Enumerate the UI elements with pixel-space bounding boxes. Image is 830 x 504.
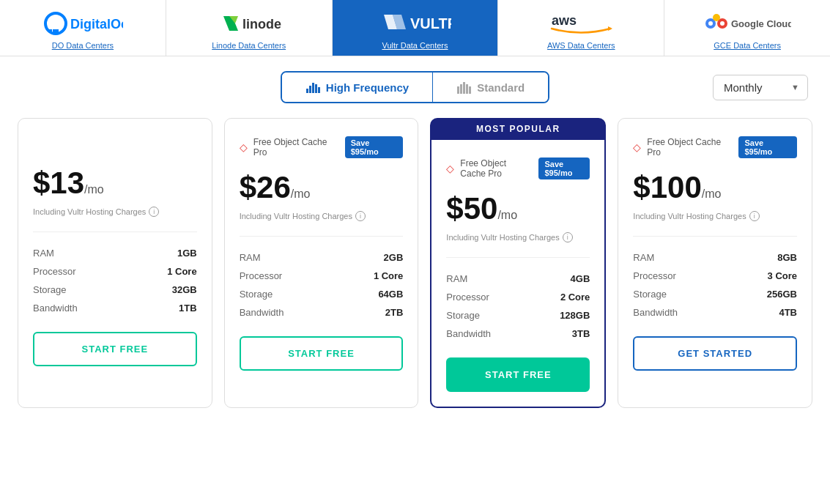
badge-text-4: Free Object Cache Pro <box>647 137 733 158</box>
svg-rect-24 <box>460 84 462 94</box>
spec-row: RAM 4GB <box>446 270 590 288</box>
spec-row: Processor 3 Core <box>633 267 797 285</box>
badge-row-2: ◇ Free Object Cache Pro Save $95/mo <box>240 136 404 158</box>
info-icon-1: i <box>149 207 159 217</box>
linode-data-centers-link[interactable]: Linode Data Centers <box>212 41 286 50</box>
svg-text:Google Cloud: Google Cloud <box>731 18 791 29</box>
badge-row-1 <box>33 136 197 154</box>
provider-tab-aws[interactable]: aws AWS Data Centers <box>498 0 664 56</box>
provider-tab-linode[interactable]: linode Linode Data Centers <box>166 0 333 56</box>
info-icon-4: i <box>749 211 760 221</box>
cta-btn-4[interactable]: GET STARTED <box>633 336 797 371</box>
svg-point-15 <box>720 21 725 26</box>
price-period-1: /mo <box>84 183 104 196</box>
badge-row-3: ◇ Free Object Cache Pro Save $95/mo <box>446 158 590 179</box>
cta-btn-3[interactable]: START FREE <box>446 357 590 392</box>
billing-select[interactable]: Monthly Annually <box>713 75 808 100</box>
spec-row: RAM 8GB <box>633 248 797 267</box>
aws-logo: aws <box>548 10 614 37</box>
provider-tab-googlecloud[interactable]: Google Cloud GCE Data Centers <box>664 0 830 56</box>
provider-tab-vultr[interactable]: VULTR Vultr Data Centers <box>333 0 499 56</box>
specs-table-1: RAM 1GB Processor 1 Core Storage 32GB Ba… <box>33 231 197 317</box>
spec-value: 1 Core <box>167 266 196 277</box>
badge-row-4: ◇ Free Object Cache Pro Save $95/mo <box>633 136 797 158</box>
svg-text:DigitalOcean: DigitalOcean <box>70 17 123 32</box>
high-frequency-btn[interactable]: High Frequency <box>282 73 433 102</box>
svg-text:aws: aws <box>552 13 577 28</box>
svg-rect-25 <box>463 82 465 94</box>
price-amount-3: $50 <box>446 191 497 226</box>
cta-btn-2[interactable]: START FREE <box>240 336 404 371</box>
hosting-note-2: Including Vultr Hosting Charges i <box>240 211 404 221</box>
standard-btn[interactable]: Standard <box>433 73 548 102</box>
gc-logo: Google Cloud <box>703 10 791 37</box>
svg-rect-2 <box>48 29 52 32</box>
spec-label: RAM <box>33 248 54 259</box>
plan-cards: $13/mo Including Vultr Hosting Charges i… <box>0 118 830 426</box>
spec-label: Bandwidth <box>33 303 78 314</box>
billing-dropdown: Monthly Annually <box>713 75 808 100</box>
price-row-1: $13/mo <box>33 166 197 201</box>
spec-row: Processor 1 Core <box>33 262 197 281</box>
svg-text:VULTR: VULTR <box>410 15 451 32</box>
spec-label: Storage <box>33 284 67 295</box>
cache-icon-2: ◇ <box>240 141 248 153</box>
do-data-centers-link[interactable]: DO Data Centers <box>52 41 114 50</box>
info-icon-2: i <box>355 211 366 221</box>
badge-text-3: Free Object Cache Pro <box>460 158 533 179</box>
provider-bar: DigitalOcean DO Data Centers linode Lino… <box>0 0 830 56</box>
price-period-4: /mo <box>702 188 722 200</box>
plan-card-26: ◇ Free Object Cache Pro Save $95/mo $26/… <box>224 118 419 408</box>
controls-row: High Frequency Standard Monthly Annually <box>0 56 830 118</box>
badge-text-2: Free Object Cache Pro <box>253 137 339 158</box>
spec-row: Storage 64GB <box>240 285 404 303</box>
price-amount-4: $100 <box>633 170 701 204</box>
spec-value: 1TB <box>179 303 197 314</box>
vultr-data-centers-link[interactable]: Vultr Data Centers <box>382 41 448 50</box>
svg-rect-19 <box>309 86 311 93</box>
price-period-2: /mo <box>291 188 311 200</box>
svg-rect-20 <box>312 83 314 93</box>
info-icon-3: i <box>563 232 573 242</box>
do-logo: DigitalOcean <box>42 10 123 37</box>
svg-rect-21 <box>315 84 317 93</box>
linode-logo: linode <box>216 10 282 37</box>
svg-rect-23 <box>457 86 459 94</box>
price-row-3: $50/mo <box>446 191 590 226</box>
most-popular-badge: MOST POPULAR <box>430 118 606 140</box>
spec-value: 32GB <box>172 284 197 295</box>
svg-rect-26 <box>466 84 468 94</box>
aws-data-centers-link[interactable]: AWS Data Centers <box>547 41 615 50</box>
svg-point-16 <box>713 14 720 21</box>
hosting-note-1: Including Vultr Hosting Charges i <box>33 207 197 217</box>
spec-row: Storage 256GB <box>633 285 797 303</box>
spec-row: Bandwidth 3TB <box>446 325 590 343</box>
cache-icon-3: ◇ <box>446 163 454 174</box>
price-row-2: $26/mo <box>240 170 404 205</box>
standard-label: Standard <box>477 81 525 94</box>
svg-marker-11 <box>608 26 612 31</box>
svg-text:linode: linode <box>242 17 281 32</box>
spec-row: Storage 32GB <box>33 281 197 299</box>
spec-row: Bandwidth 1TB <box>33 299 197 317</box>
spec-row: Processor 1 Core <box>240 267 404 285</box>
price-row-4: $100/mo <box>633 170 797 205</box>
svg-rect-18 <box>306 89 308 93</box>
svg-point-13 <box>708 21 713 26</box>
hf-icon <box>305 80 320 94</box>
plan-card-50: ◇ Free Object Cache Pro Save $95/mo $50/… <box>430 140 606 408</box>
cta-btn-1[interactable]: START FREE <box>33 332 197 366</box>
spec-row: Bandwidth 4TB <box>633 303 797 322</box>
std-icon <box>456 80 471 94</box>
svg-rect-1 <box>53 29 59 32</box>
hosting-note-4: Including Vultr Hosting Charges i <box>633 211 797 221</box>
gce-data-centers-link[interactable]: GCE Data Centers <box>714 41 781 50</box>
billing-select-wrap: Monthly Annually <box>713 75 808 100</box>
popular-wrapper: MOST POPULAR ◇ Free Object Cache Pro Sav… <box>430 118 606 408</box>
provider-tab-digitalocean[interactable]: DigitalOcean DO Data Centers <box>0 0 166 56</box>
spec-row: Storage 128GB <box>446 306 590 325</box>
spec-row: RAM 1GB <box>33 244 197 262</box>
save-badge-2: Save $95/mo <box>345 136 404 158</box>
vultr-logo: VULTR <box>378 10 451 37</box>
spec-row: Processor 2 Core <box>446 288 590 306</box>
